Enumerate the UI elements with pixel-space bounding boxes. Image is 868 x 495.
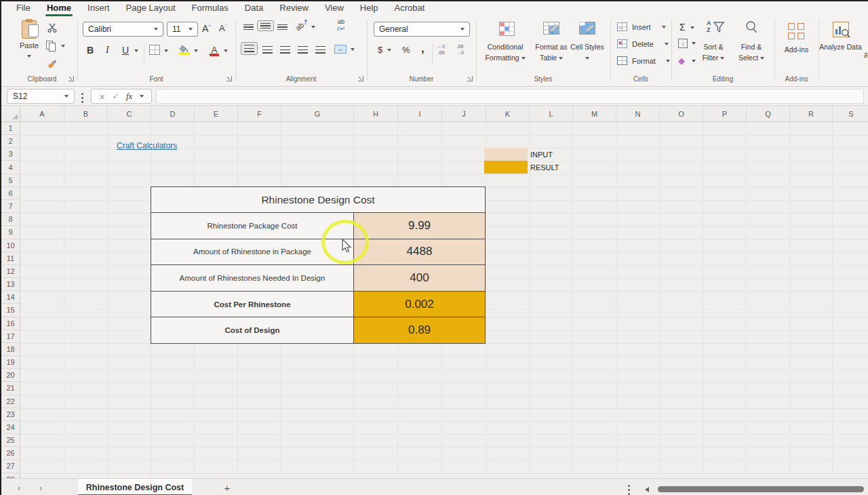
merge-center-dropdown[interactable]: [351, 48, 355, 51]
column-header-L[interactable]: L: [529, 106, 572, 122]
row-header-27[interactable]: 27: [1, 460, 20, 473]
row-header-2[interactable]: 2: [1, 135, 20, 148]
delete-cells-button[interactable]: × Delete: [617, 39, 671, 51]
underline-dropdown[interactable]: [134, 50, 138, 52]
orientation-button[interactable]: ab↗: [294, 17, 311, 33]
column-header-N[interactable]: N: [616, 106, 659, 122]
horizontal-scrollbar-thumb[interactable]: [658, 486, 864, 492]
currency-button[interactable]: $: [378, 45, 382, 55]
formula-input[interactable]: [156, 89, 864, 104]
tab-view[interactable]: View: [317, 1, 352, 16]
align-left-button[interactable]: [241, 42, 258, 55]
underline-button[interactable]: U: [122, 45, 129, 56]
column-header-H[interactable]: H: [353, 106, 397, 122]
align-right-button[interactable]: [277, 43, 293, 56]
table-row[interactable]: Rhinestone Package Cost 9.99: [151, 212, 485, 239]
clipboard-dialog-launcher[interactable]: [68, 76, 74, 81]
row-header-3[interactable]: 3: [1, 148, 20, 161]
column-header-P[interactable]: P: [703, 106, 746, 122]
result-cell[interactable]: 0.89: [354, 317, 485, 343]
tab-file[interactable]: File: [8, 1, 39, 16]
bottom-align-button[interactable]: [275, 22, 290, 33]
prev-sheet-button[interactable]: ‹: [18, 479, 20, 495]
column-header-M[interactable]: M: [572, 106, 616, 122]
scroll-left-arrow[interactable]: [645, 487, 649, 492]
number-format-combobox[interactable]: General: [374, 22, 470, 37]
row-header-13[interactable]: 13: [1, 278, 20, 291]
wrap-text-button[interactable]: abc↵: [337, 19, 345, 33]
row-header-25[interactable]: 25: [1, 434, 20, 447]
currency-dropdown[interactable]: [387, 49, 391, 52]
column-header-D[interactable]: D: [151, 106, 194, 122]
column-header-A[interactable]: A: [20, 106, 64, 122]
column-headers[interactable]: ABCDEFGHIJKLMNOPQRS: [20, 106, 868, 122]
tab-acrobat[interactable]: Acrobat: [387, 1, 433, 16]
column-header-G[interactable]: G: [281, 106, 353, 122]
row-header-24[interactable]: 24: [1, 421, 20, 434]
next-sheet-button[interactable]: ›: [39, 479, 42, 495]
row-header-14[interactable]: 14: [1, 291, 20, 304]
insert-function-button[interactable]: fx: [126, 91, 132, 102]
decrease-indent-button[interactable]: [295, 43, 311, 56]
input-cell[interactable]: 400: [354, 265, 485, 291]
tabbar-divider-handle[interactable]: [628, 485, 630, 487]
fill-dropdown[interactable]: [692, 42, 696, 45]
clear-dropdown[interactable]: [692, 60, 696, 62]
row-header-5[interactable]: 5: [1, 174, 20, 187]
number-dialog-launcher[interactable]: [467, 76, 473, 81]
row-header-15[interactable]: 15: [1, 304, 20, 317]
fill-color-dropdown[interactable]: [194, 50, 198, 52]
column-header-J[interactable]: J: [441, 106, 486, 122]
table-row[interactable]: Amount of Rhinestone in Package 4488: [151, 239, 485, 265]
row-header-21[interactable]: 21: [1, 382, 20, 395]
column-header-F[interactable]: F: [237, 106, 281, 122]
tab-page-layout[interactable]: Page Layout: [118, 1, 184, 16]
percent-button[interactable]: %: [402, 45, 410, 55]
row-header-22[interactable]: 22: [1, 395, 20, 408]
row-header-23[interactable]: 23: [1, 408, 20, 421]
tab-insert[interactable]: Insert: [79, 1, 118, 16]
column-header-O[interactable]: O: [659, 106, 703, 122]
row-header-11[interactable]: 11: [1, 252, 20, 265]
decrease-decimal-button[interactable]: .00→0: [456, 43, 464, 56]
orientation-dropdown[interactable]: [311, 26, 315, 28]
copy-button[interactable]: [46, 41, 57, 52]
middle-align-button[interactable]: [257, 20, 274, 31]
increase-indent-button[interactable]: [313, 43, 328, 56]
input-cell[interactable]: 9.99: [354, 213, 485, 239]
column-header-S[interactable]: S: [832, 106, 868, 122]
font-dialog-launcher[interactable]: [226, 76, 232, 81]
table-row[interactable]: Cost of Design 0.89: [151, 317, 485, 343]
bold-button[interactable]: B: [87, 45, 94, 56]
column-header-B[interactable]: B: [64, 106, 107, 122]
worksheet-grid[interactable]: ABCDEFGHIJKLMNOPQRS 12345678910111213141…: [1, 106, 868, 478]
column-header-R[interactable]: R: [789, 106, 832, 122]
format-cells-button[interactable]: Format: [617, 56, 671, 68]
row-header-10[interactable]: 10: [1, 239, 20, 252]
alignment-dialog-launcher[interactable]: [358, 76, 363, 81]
row-header-28[interactable]: 28: [1, 473, 20, 478]
increase-decimal-button[interactable]: ←0.00: [437, 43, 445, 56]
fill-button[interactable]: ↓: [678, 39, 688, 48]
font-color-dropdown[interactable]: [224, 50, 228, 52]
row-header-9[interactable]: 9: [1, 226, 20, 239]
tab-formulas[interactable]: Formulas: [184, 1, 237, 16]
result-cell[interactable]: 0.002: [354, 292, 485, 317]
namebox-resize-handle[interactable]: [81, 93, 83, 95]
enter-button[interactable]: ✓: [112, 92, 119, 101]
cut-button[interactable]: [47, 23, 57, 35]
top-align-button[interactable]: [241, 22, 256, 33]
tab-data[interactable]: Data: [237, 1, 271, 16]
tab-review[interactable]: Review: [271, 1, 317, 16]
align-center-button[interactable]: [260, 43, 275, 56]
column-header-K[interactable]: K: [486, 106, 529, 122]
table-row[interactable]: Amount of Rhinestones Needed In Design 4…: [151, 264, 485, 291]
tab-home[interactable]: Home: [39, 1, 79, 16]
row-header-8[interactable]: 8: [1, 213, 20, 226]
row-header-26[interactable]: 26: [1, 447, 20, 460]
new-sheet-button[interactable]: +: [221, 479, 233, 495]
autosum-button[interactable]: Σ: [679, 22, 686, 33]
column-header-I[interactable]: I: [397, 106, 441, 122]
row-header-12[interactable]: 12: [1, 265, 20, 278]
row-header-19[interactable]: 19: [1, 356, 20, 369]
